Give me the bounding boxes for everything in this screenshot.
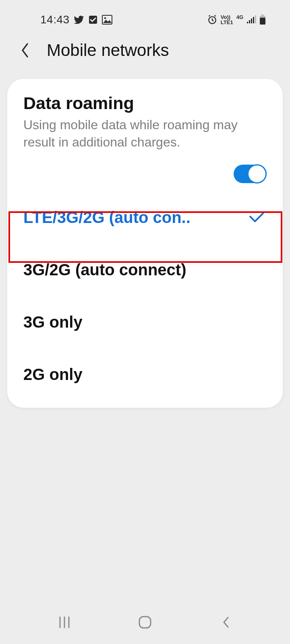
nav-back-button[interactable] — [209, 613, 242, 631]
network-mode-option-3g-2g[interactable]: 3G/2G (auto connect) — [23, 244, 267, 296]
chevron-left-icon — [19, 41, 31, 59]
status-time: 14:43 — [40, 13, 70, 26]
network-label: Vo)) LTE1 — [221, 14, 233, 25]
svg-rect-5 — [249, 20, 250, 23]
home-button[interactable] — [129, 613, 161, 631]
page-title: Mobile networks — [47, 41, 169, 60]
network-mode-option-2g-only[interactable]: 2G only — [23, 348, 267, 400]
option-label: 3G only — [23, 313, 83, 331]
svg-rect-9 — [261, 14, 264, 16]
home-icon — [138, 615, 152, 630]
option-label: 3G/2G (auto connect) — [23, 261, 186, 279]
status-left: 14:43 — [40, 13, 112, 26]
recents-icon — [58, 615, 71, 629]
twitter-icon — [74, 14, 84, 25]
system-navbar — [0, 608, 290, 644]
svg-rect-7 — [253, 17, 254, 23]
svg-point-2 — [104, 17, 106, 19]
option-label: 2G only — [23, 365, 83, 384]
option-label: LTE/3G/2G (auto con.. — [23, 208, 191, 227]
alarm-icon — [207, 14, 218, 25]
data-roaming-description: Using mobile data while roaming may resu… — [23, 116, 267, 151]
data-roaming-toggle[interactable] — [234, 165, 267, 183]
checkbox-icon — [88, 15, 98, 25]
picture-icon — [102, 15, 112, 25]
network-mode-option-lte-3g-2g[interactable]: LTE/3G/2G (auto con.. — [23, 191, 267, 244]
back-button[interactable] — [14, 40, 35, 61]
signal-icon — [246, 15, 256, 24]
svg-rect-15 — [139, 617, 151, 628]
battery-icon — [259, 14, 266, 25]
network-gen: 4G — [236, 14, 243, 25]
svg-rect-8 — [255, 15, 256, 23]
chevron-left-icon — [221, 615, 230, 630]
network-mode-options: LTE/3G/2G (auto con.. 3G/2G (auto connec… — [23, 191, 267, 400]
svg-rect-6 — [251, 19, 252, 23]
data-roaming-title: Data roaming — [23, 93, 267, 113]
page-header: Mobile networks — [0, 28, 290, 72]
status-right: Vo)) LTE1 4G — [207, 14, 266, 25]
network-bot: LTE1 — [221, 20, 233, 25]
data-arrows-icon — [236, 20, 243, 25]
svg-rect-11 — [260, 18, 265, 25]
svg-rect-4 — [247, 22, 248, 23]
toggle-knob — [247, 164, 267, 184]
recents-button[interactable] — [48, 613, 81, 631]
settings-card: Data roaming Using mobile data while roa… — [7, 79, 283, 408]
status-bar: 14:43 Vo)) LTE1 4G — [0, 0, 290, 28]
check-icon — [246, 211, 267, 224]
data-roaming-setting[interactable]: Data roaming Using mobile data while roa… — [23, 93, 267, 183]
network-gen-text: 4G — [236, 14, 243, 20]
network-mode-option-3g-only[interactable]: 3G only — [23, 296, 267, 348]
